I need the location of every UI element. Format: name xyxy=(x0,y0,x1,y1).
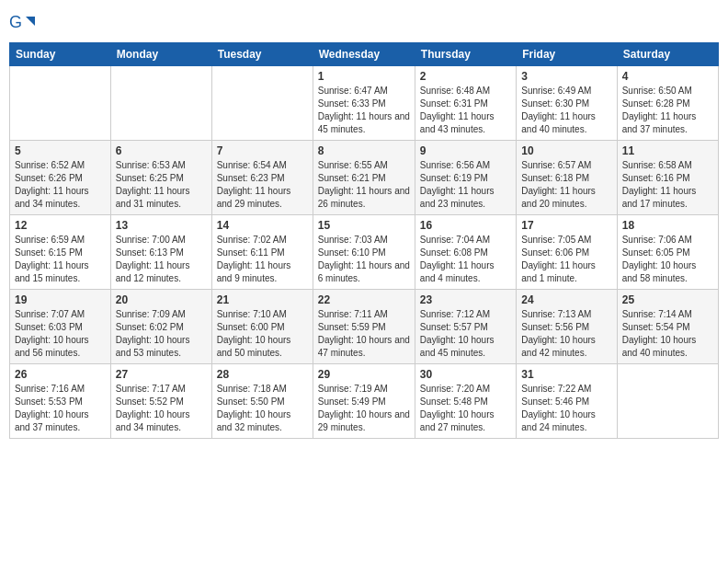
sunset: Sunset: 6:15 PM xyxy=(15,247,83,258)
day-number: 29 xyxy=(318,368,410,381)
sunrise: Sunrise: 7:11 AM xyxy=(318,309,388,319)
day-info: Sunrise: 6:57 AM Sunset: 6:18 PM Dayligh… xyxy=(521,159,611,211)
day-number: 6 xyxy=(116,144,207,157)
sunrise: Sunrise: 6:58 AM xyxy=(622,160,692,170)
daylight: Daylight: 11 hours and 23 minutes. xyxy=(420,186,495,209)
day-number: 24 xyxy=(521,293,611,306)
day-info: Sunrise: 7:14 AM Sunset: 5:54 PM Dayligh… xyxy=(622,308,713,360)
svg-marker-1 xyxy=(26,17,35,26)
day-cell: 25 Sunrise: 7:14 AM Sunset: 5:54 PM Dayl… xyxy=(617,290,718,364)
day-info: Sunrise: 7:11 AM Sunset: 5:59 PM Dayligh… xyxy=(318,308,410,360)
sunrise: Sunrise: 7:05 AM xyxy=(521,235,591,245)
day-cell: 13 Sunrise: 7:00 AM Sunset: 6:13 PM Dayl… xyxy=(110,215,211,290)
day-number: 31 xyxy=(521,368,611,381)
daylight: Daylight: 10 hours and 40 minutes. xyxy=(622,335,697,358)
daylight: Daylight: 11 hours and 37 minutes. xyxy=(622,111,697,134)
day-info: Sunrise: 7:04 AM Sunset: 6:08 PM Dayligh… xyxy=(420,234,511,285)
daylight: Daylight: 11 hours and 17 minutes. xyxy=(622,186,697,209)
day-info: Sunrise: 6:56 AM Sunset: 6:19 PM Dayligh… xyxy=(420,159,511,211)
logo: G xyxy=(9,9,39,35)
sunrise: Sunrise: 7:14 AM xyxy=(622,309,692,319)
sunset: Sunset: 6:25 PM xyxy=(116,173,184,183)
day-info: Sunrise: 6:49 AM Sunset: 6:30 PM Dayligh… xyxy=(521,85,611,136)
day-number: 3 xyxy=(521,70,611,83)
daylight: Daylight: 11 hours and 45 minutes. xyxy=(318,111,410,134)
daylight: Daylight: 11 hours and 9 minutes. xyxy=(217,260,291,283)
sunrise: Sunrise: 7:13 AM xyxy=(521,309,591,319)
daylight: Daylight: 10 hours and 47 minutes. xyxy=(318,335,410,358)
day-info: Sunrise: 6:48 AM Sunset: 6:31 PM Dayligh… xyxy=(420,85,511,136)
sunset: Sunset: 6:13 PM xyxy=(116,247,184,258)
day-info: Sunrise: 6:47 AM Sunset: 6:33 PM Dayligh… xyxy=(318,85,410,136)
daylight: Daylight: 11 hours and 4 minutes. xyxy=(420,260,495,283)
day-info: Sunrise: 7:19 AM Sunset: 5:49 PM Dayligh… xyxy=(318,383,410,434)
sunset: Sunset: 6:16 PM xyxy=(622,173,690,183)
day-info: Sunrise: 7:13 AM Sunset: 5:56 PM Dayligh… xyxy=(521,308,611,360)
daylight: Daylight: 10 hours and 24 minutes. xyxy=(521,409,596,432)
day-number: 30 xyxy=(420,368,511,381)
weekday-header-tuesday: Tuesday xyxy=(211,43,313,66)
sunrise: Sunrise: 7:09 AM xyxy=(116,309,186,319)
day-cell: 12 Sunrise: 6:59 AM Sunset: 6:15 PM Dayl… xyxy=(10,215,111,290)
day-number: 13 xyxy=(116,219,207,232)
sunrise: Sunrise: 7:12 AM xyxy=(420,309,490,319)
daylight: Daylight: 10 hours and 42 minutes. xyxy=(521,335,596,358)
day-number: 25 xyxy=(622,293,713,306)
day-info: Sunrise: 7:12 AM Sunset: 5:57 PM Dayligh… xyxy=(420,308,511,360)
day-info: Sunrise: 6:50 AM Sunset: 6:28 PM Dayligh… xyxy=(622,85,713,136)
day-info: Sunrise: 7:22 AM Sunset: 5:46 PM Dayligh… xyxy=(521,383,611,434)
sunset: Sunset: 5:48 PM xyxy=(420,396,488,407)
sunrise: Sunrise: 6:48 AM xyxy=(420,86,490,96)
weekday-header-sunday: Sunday xyxy=(10,43,111,66)
sunrise: Sunrise: 7:16 AM xyxy=(15,384,85,394)
day-cell: 28 Sunrise: 7:18 AM Sunset: 5:50 PM Dayl… xyxy=(211,364,313,439)
day-number: 15 xyxy=(318,219,410,232)
day-info: Sunrise: 7:06 AM Sunset: 6:05 PM Dayligh… xyxy=(622,234,713,285)
day-cell: 7 Sunrise: 6:54 AM Sunset: 6:23 PM Dayli… xyxy=(211,141,313,215)
sunset: Sunset: 6:31 PM xyxy=(420,98,488,109)
sunrise: Sunrise: 6:56 AM xyxy=(420,160,490,170)
sunset: Sunset: 5:57 PM xyxy=(420,322,488,332)
day-number: 9 xyxy=(420,144,511,157)
sunset: Sunset: 6:00 PM xyxy=(217,322,285,332)
day-number: 23 xyxy=(420,293,511,306)
sunrise: Sunrise: 6:47 AM xyxy=(318,86,388,96)
day-cell: 8 Sunrise: 6:55 AM Sunset: 6:21 PM Dayli… xyxy=(313,141,415,215)
day-cell: 11 Sunrise: 6:58 AM Sunset: 6:16 PM Dayl… xyxy=(617,141,718,215)
day-cell: 2 Sunrise: 6:48 AM Sunset: 6:31 PM Dayli… xyxy=(415,66,516,141)
sunrise: Sunrise: 7:07 AM xyxy=(15,309,85,319)
day-number: 4 xyxy=(622,70,713,83)
sunset: Sunset: 5:56 PM xyxy=(521,322,589,332)
day-cell: 23 Sunrise: 7:12 AM Sunset: 5:57 PM Dayl… xyxy=(415,290,516,364)
day-cell: 3 Sunrise: 6:49 AM Sunset: 6:30 PM Dayli… xyxy=(517,66,617,141)
day-cell xyxy=(617,364,718,439)
sunrise: Sunrise: 7:10 AM xyxy=(217,309,287,319)
weekday-header-thursday: Thursday xyxy=(415,43,516,66)
sunset: Sunset: 6:33 PM xyxy=(318,98,386,109)
day-info: Sunrise: 6:55 AM Sunset: 6:21 PM Dayligh… xyxy=(318,159,410,211)
daylight: Daylight: 11 hours and 31 minutes. xyxy=(116,186,190,209)
daylight: Daylight: 11 hours and 40 minutes. xyxy=(521,111,596,134)
day-number: 1 xyxy=(318,70,410,83)
day-cell: 21 Sunrise: 7:10 AM Sunset: 6:00 PM Dayl… xyxy=(211,290,313,364)
sunrise: Sunrise: 6:54 AM xyxy=(217,160,287,170)
weekday-header-row: SundayMondayTuesdayWednesdayThursdayFrid… xyxy=(10,43,719,66)
day-number: 7 xyxy=(217,144,308,157)
sunrise: Sunrise: 7:03 AM xyxy=(318,235,388,245)
sunrise: Sunrise: 7:20 AM xyxy=(420,384,490,394)
day-cell xyxy=(110,66,211,141)
sunset: Sunset: 6:19 PM xyxy=(420,173,488,183)
day-number: 22 xyxy=(318,293,410,306)
sunrise: Sunrise: 6:50 AM xyxy=(622,86,692,96)
daylight: Daylight: 11 hours and 29 minutes. xyxy=(217,186,291,209)
sunrise: Sunrise: 6:53 AM xyxy=(116,160,186,170)
daylight: Daylight: 10 hours and 34 minutes. xyxy=(116,409,190,432)
sunset: Sunset: 6:21 PM xyxy=(318,173,386,183)
day-cell: 14 Sunrise: 7:02 AM Sunset: 6:11 PM Dayl… xyxy=(211,215,313,290)
day-number: 18 xyxy=(622,219,713,232)
day-number: 10 xyxy=(521,144,611,157)
daylight: Daylight: 10 hours and 45 minutes. xyxy=(420,335,495,358)
daylight: Daylight: 10 hours and 29 minutes. xyxy=(318,409,410,432)
daylight: Daylight: 11 hours and 12 minutes. xyxy=(116,260,190,283)
weekday-header-friday: Friday xyxy=(517,43,617,66)
